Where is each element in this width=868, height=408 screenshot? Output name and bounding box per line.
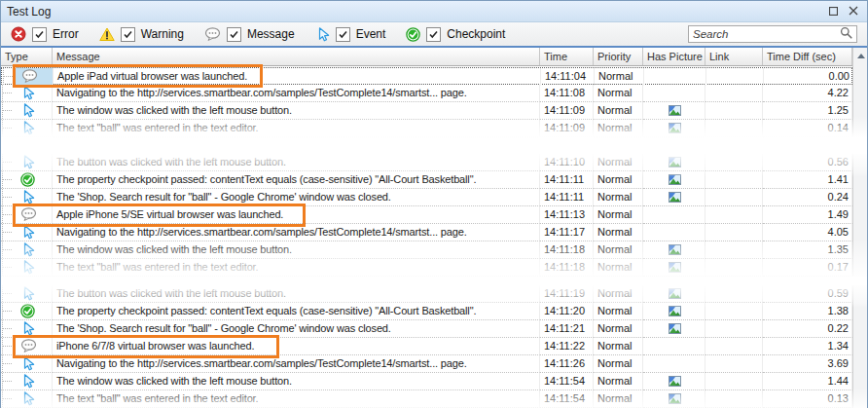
column-header-time[interactable]: Time <box>540 48 594 65</box>
link-cell <box>705 120 763 137</box>
link-cell <box>705 259 763 277</box>
has-picture-cell <box>643 259 705 277</box>
log-row[interactable]: The property checkpoint passed: contentT… <box>1 171 852 189</box>
filter-error: Error <box>11 26 79 42</box>
filter-checkbox-error[interactable] <box>32 27 47 42</box>
column-header-link[interactable]: Link <box>705 48 763 65</box>
message-cell: The 'Shop. Search result for "ball" - Go… <box>53 320 540 338</box>
picture-icon <box>669 393 681 404</box>
filter-toolbar: ErrorWarningMessageEventCheckpoint <box>1 22 867 48</box>
time-diff-cell: 1.34 <box>763 338 852 355</box>
link-cell <box>705 338 763 355</box>
link-cell <box>705 224 763 241</box>
column-header-message[interactable]: Message <box>53 48 540 65</box>
type-cell <box>1 373 53 390</box>
log-row[interactable]: The button was clicked with the left mou… <box>1 154 852 171</box>
picture-icon <box>669 174 681 185</box>
check-icon <box>428 29 439 40</box>
window-title: Test Log <box>7 5 822 19</box>
priority-cell: Normal <box>594 373 643 390</box>
time-diff-cell: 1.44 <box>763 373 852 390</box>
time-cell: 14:11:54 <box>540 390 594 408</box>
type-cell <box>1 303 53 320</box>
event-icon <box>20 86 35 100</box>
priority-cell: Normal <box>594 102 643 120</box>
has-picture-cell <box>643 241 705 259</box>
time-diff-cell: 1.38 <box>763 303 852 320</box>
picture-icon <box>669 105 681 116</box>
picture-icon <box>669 244 681 255</box>
has-picture-cell <box>643 303 705 320</box>
log-grid: TypeMessageTimePriorityHas PictureLinkTi… <box>1 48 867 408</box>
log-row[interactable]: The text "ball" was entered in the text … <box>1 120 852 137</box>
log-row[interactable]: The window was clicked with the left mou… <box>1 241 852 259</box>
time-cell: 14:11:17 <box>540 224 594 241</box>
priority-cell: Normal <box>594 390 643 408</box>
time-cell: 14:11:18 <box>540 259 594 277</box>
picture-icon <box>669 262 681 273</box>
link-cell <box>705 85 763 102</box>
column-header-priority[interactable]: Priority <box>594 48 643 65</box>
time-diff-cell: 1.25 <box>763 102 852 120</box>
search-box <box>688 25 857 43</box>
message-cell: The 'Shop. Search result for "ball" - Go… <box>53 189 540 206</box>
filter-label: Checkpoint <box>447 27 505 41</box>
close-button[interactable] <box>845 4 861 19</box>
filter-checkbox-event[interactable] <box>336 27 350 42</box>
search-input[interactable] <box>693 28 840 40</box>
scroll-up-button[interactable] <box>853 48 868 64</box>
message-icon <box>204 27 221 42</box>
vertical-scrollbar[interactable] <box>852 48 868 408</box>
log-row[interactable]: Apple iPhone 5/SE virtual browser was la… <box>1 206 852 224</box>
picture-icon <box>669 323 681 334</box>
time-cell: 14:11:21 <box>540 320 594 338</box>
tree-connector <box>2 232 12 233</box>
log-row[interactable]: The window was clicked with the left mou… <box>1 373 852 390</box>
link-cell <box>705 285 763 303</box>
priority-cell: Normal <box>594 285 643 303</box>
time-cell: 14:11:19 <box>540 285 594 303</box>
log-row[interactable]: iPhone 6/7/8 virtual browser was launche… <box>1 338 852 355</box>
log-row[interactable]: Navigating to the http://services.smartb… <box>1 224 852 241</box>
log-row[interactable]: The 'Shop. Search result for "ball" - Go… <box>1 320 852 338</box>
log-row[interactable]: The button was clicked with the left mou… <box>1 285 852 303</box>
link-cell <box>705 102 763 120</box>
message-cell: The property checkpoint passed: contentT… <box>53 171 540 189</box>
warning-icon <box>99 27 115 42</box>
message-cell: The button was clicked with the left mou… <box>53 285 540 303</box>
checkpoint-icon <box>20 304 35 318</box>
column-header-type[interactable]: Type <box>1 48 53 65</box>
type-cell <box>1 338 53 355</box>
priority-cell: Normal <box>594 206 643 224</box>
log-row[interactable]: Navigating to the http://services.smartb… <box>1 355 852 373</box>
link-cell <box>705 303 763 320</box>
log-row[interactable]: Navigating to the http://services.smartb… <box>1 85 852 102</box>
filter-warning: Warning <box>99 27 184 42</box>
column-header-diff[interactable]: Time Diff (sec) <box>763 48 852 65</box>
time-cell: 14:11:18 <box>540 241 594 259</box>
message-icon <box>20 339 37 353</box>
has-picture-cell <box>643 120 705 137</box>
filter-checkbox-warning[interactable] <box>121 27 135 42</box>
has-picture-cell <box>643 224 705 241</box>
has-picture-cell <box>643 285 705 303</box>
column-header-haspic[interactable]: Has Picture <box>643 48 705 65</box>
log-row[interactable]: The text "ball" was entered in the text … <box>1 259 852 277</box>
log-row[interactable]: The window was clicked with the left mou… <box>1 102 852 120</box>
log-row[interactable]: The text "ball" was entered in the text … <box>1 390 852 408</box>
log-row[interactable]: Apple iPad virtual browser was launched.… <box>1 67 852 85</box>
message-cell: The text "ball" was entered in the text … <box>53 120 540 137</box>
time-diff-cell: 1.49 <box>763 206 852 224</box>
tree-connector <box>2 249 12 250</box>
log-row[interactable]: The 'Shop. Search result for "ball" - Go… <box>1 189 852 206</box>
picture-icon <box>669 306 681 316</box>
close-icon <box>849 5 858 19</box>
time-diff-cell: 0.00 <box>764 68 853 86</box>
log-row[interactable]: The property checkpoint passed: contentT… <box>1 303 852 320</box>
event-icon <box>20 260 35 275</box>
filter-checkbox-checkpoint[interactable] <box>426 27 441 42</box>
message-cell: Navigating to the http://services.smartb… <box>53 224 540 241</box>
filter-checkbox-message[interactable] <box>227 27 241 42</box>
maximize-button[interactable] <box>825 4 842 19</box>
message-cell: Navigating to the http://services.smartb… <box>53 85 540 102</box>
